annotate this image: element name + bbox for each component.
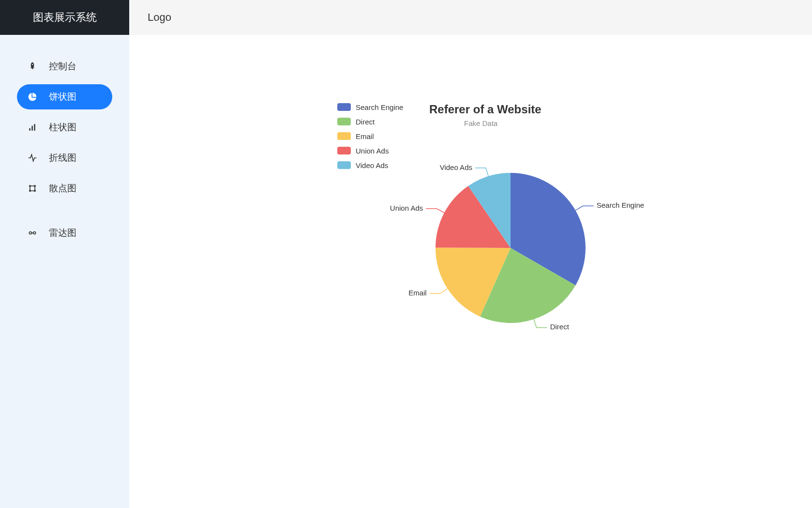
sidebar-item-pie[interactable]: 饼状图: [17, 84, 112, 109]
topbar-right: Logo: [129, 0, 812, 35]
sidebar-item-label: 折线图: [49, 152, 76, 164]
svg-point-4: [29, 232, 31, 234]
sidebar-item-label: 饼状图: [49, 91, 76, 103]
label-line: [575, 206, 594, 210]
sidebar-item-scatter[interactable]: 散点图: [17, 176, 112, 201]
legend-item[interactable]: Union Ads: [337, 143, 403, 158]
grid-icon: [26, 184, 39, 193]
sidebar: 控制台 饼状图 柱状图 折线图 散点图: [0, 35, 129, 508]
legend-swatch: [337, 147, 351, 154]
chart-subtitle: Fake Data: [464, 119, 497, 127]
chart-title: Referer of a Website: [429, 103, 541, 116]
sidebar-item-label: 雷达图: [49, 227, 76, 239]
slice-label: Video Ads: [440, 163, 472, 171]
pie-wrap: Search EngineDirectEmailUnion AdsVideo A…: [409, 146, 612, 350]
legend-item[interactable]: Video Ads: [337, 158, 403, 172]
legend-swatch: [337, 103, 351, 111]
rocket-icon: [26, 62, 39, 71]
app-title: 图表展示系统: [0, 0, 129, 35]
legend-label: Video Ads: [356, 161, 388, 169]
legend-item[interactable]: Direct: [337, 114, 403, 129]
svg-point-5: [33, 232, 36, 234]
sidebar-item-radar[interactable]: 雷达图: [17, 220, 112, 246]
legend-swatch: [337, 118, 351, 125]
label-line: [534, 319, 547, 327]
slice-label: Search Engine: [597, 201, 644, 209]
slice-label: Direct: [550, 323, 569, 331]
legend-label: Search Engine: [356, 103, 403, 111]
pie-chart-icon: [26, 92, 39, 102]
legend-label: Union Ads: [356, 147, 389, 155]
legend-swatch: [337, 161, 351, 169]
legend-label: Direct: [356, 118, 375, 126]
legend-item[interactable]: Email: [337, 129, 403, 143]
topbar: 图表展示系统 Logo: [0, 0, 812, 35]
label-line: [475, 168, 488, 176]
glasses-icon: [26, 228, 39, 238]
activity-icon: [26, 153, 39, 163]
logo-text: Logo: [148, 11, 171, 24]
label-line: [430, 289, 448, 293]
bar-chart-icon: [26, 123, 39, 132]
main-content: Referer of a Website Fake Data Search En…: [129, 35, 812, 508]
sidebar-item-dashboard[interactable]: 控制台: [17, 54, 112, 79]
sidebar-item-label: 控制台: [49, 60, 76, 73]
legend-label: Email: [356, 132, 374, 140]
legend-swatch: [337, 132, 351, 140]
slice-label: Union Ads: [390, 204, 423, 212]
label-line: [426, 209, 444, 213]
sidebar-item-label: 散点图: [49, 182, 76, 195]
sidebar-item-line[interactable]: 折线图: [17, 145, 112, 170]
chart-legend: Search EngineDirectEmailUnion AdsVideo A…: [337, 100, 403, 172]
legend-item[interactable]: Search Engine: [337, 100, 403, 114]
sidebar-item-label: 柱状图: [49, 121, 76, 134]
sidebar-item-bar[interactable]: 柱状图: [17, 115, 112, 140]
slice-label: Email: [408, 289, 427, 297]
